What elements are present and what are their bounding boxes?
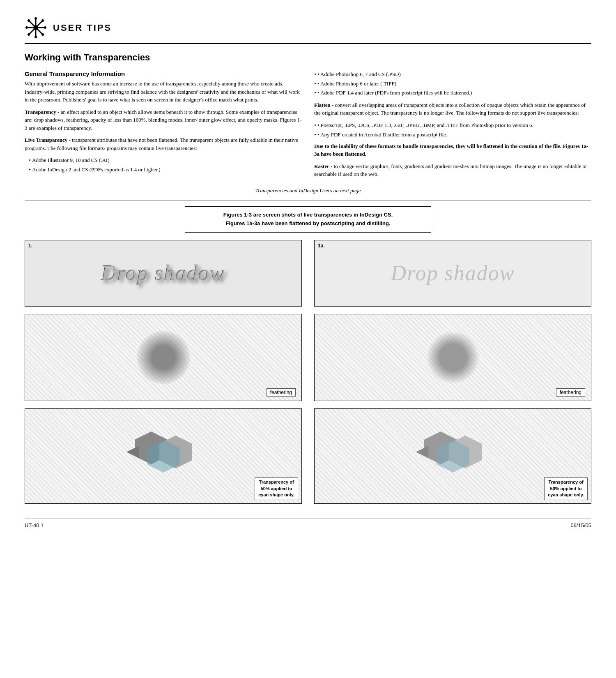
italic-footer: Transparencies and InDesign Users on nex…	[25, 187, 591, 195]
feather-circle-2a	[426, 331, 480, 384]
fig3-content: Transparency of 50% applied to cyan shap…	[25, 409, 301, 503]
flat-bullet-2: • Any PDF created in Acrobat Distiller f…	[317, 131, 591, 139]
footer-left: UT-40.1	[25, 522, 44, 528]
divider	[25, 200, 591, 201]
transparency-def-para: Transparency - an effect applied to an o…	[25, 108, 302, 132]
figure-1a: 1a. Drop shadow	[314, 240, 591, 307]
figure-1: 1. Drop shadow	[25, 240, 302, 307]
figures-banner-line2: Figures 1a-3a have been flattened by pos…	[226, 220, 391, 226]
transparency-term: Transparency	[25, 109, 56, 115]
right-bullets-top: • Adobe Photoshop 6, 7 and CS (.PSD) • A…	[317, 70, 591, 97]
header-title: USER TIPS	[53, 23, 112, 33]
figure-2: 2. feathering	[25, 314, 302, 401]
flat-warning-text: Due to the inability of these formats to…	[314, 143, 561, 149]
figures-row-1: 1. Drop shadow 1a. Drop shadow	[25, 240, 591, 307]
section1-body: With improvement of software has come an…	[25, 80, 302, 104]
main-content: General Transparency Information With im…	[25, 70, 591, 182]
fig2a-content: feathering	[315, 314, 591, 401]
figures-row-2: 2. feathering 2a. feathering	[25, 314, 591, 401]
fig3a-caption: Transparency of 50% applied to cyan shap…	[544, 477, 588, 500]
svg-point-5	[34, 36, 37, 38]
fig1a-label: 1a.	[318, 243, 325, 249]
flatten-def-text: - convert all overlapping areas of trans…	[314, 102, 586, 116]
page-title: Working with Transparencies	[25, 52, 591, 63]
svg-point-11	[28, 33, 30, 36]
logo	[25, 16, 47, 39]
section1-heading: General Transparency Information	[25, 70, 302, 77]
fig1-label: 1.	[28, 243, 32, 249]
svg-marker-20	[416, 446, 428, 458]
fig3a-svg	[404, 419, 502, 493]
fig2-caption: feathering	[267, 388, 296, 397]
left-column: General Transparency Information With im…	[25, 70, 302, 182]
svg-point-9	[41, 33, 44, 36]
fig1-content: Drop shadow	[25, 240, 301, 306]
drop-shadow-text-1: Drop shadow	[101, 261, 225, 285]
svg-point-6	[25, 26, 28, 29]
figure-3: 3. Transparency of 50% applied to cya	[25, 408, 302, 504]
live-trans-para: Live Transparency - transparent attribut…	[25, 136, 302, 152]
svg-marker-16	[126, 446, 139, 458]
flat-bullet-1: • Postscript, .EPS, .DCS, .PDF 1.3, .GIF…	[317, 121, 591, 129]
drop-shadow-text-1a: Drop shadow	[391, 261, 515, 285]
figure-3a: 3a. Transparency of 50% applied to cyan …	[314, 408, 591, 504]
fig3a-content: Transparency of 50% applied to cyan shap…	[315, 409, 591, 503]
raster-def-text: - to change vector graphics, fonts, grad…	[314, 163, 587, 178]
svg-point-8	[28, 19, 30, 22]
live-bullet-2: Adobe InDesign 2 and CS (PDFs exported a…	[32, 166, 302, 174]
figures-section: Figures 1-3 are screen shots of live tra…	[25, 206, 591, 511]
flatten-para: Flatten - convert all overlapping areas …	[314, 101, 591, 117]
page-footer: UT-40.1 06/15/05	[25, 519, 591, 528]
footer-right: 06/15/05	[570, 522, 591, 528]
right-column: • Adobe Photoshop 6, 7 and CS (.PSD) • A…	[314, 70, 591, 182]
page-header: USER TIPS	[25, 16, 591, 44]
svg-point-4	[34, 17, 37, 20]
right-bullet-1: • Adobe Photoshop 6, 7 and CS (.PSD)	[317, 70, 591, 78]
fig2a-caption: feathering	[556, 388, 585, 397]
flat-bullets: • Postscript, .EPS, .DCS, .PDF 1.3, .GIF…	[317, 121, 591, 139]
raster-para: Raster - to change vector graphics, font…	[314, 162, 591, 178]
figures-row-3: 3. Transparency of 50% applied to cya	[25, 408, 591, 504]
live-bullet-1: Adobe Illustrator 9, 10 and CS (.AI)	[32, 156, 302, 164]
live-trans-list: Adobe Illustrator 9, 10 and CS (.AI) Ado…	[32, 156, 302, 173]
figures-banner: Figures 1-3 are screen shots of live tra…	[185, 206, 431, 233]
fig2-content: feathering	[25, 314, 301, 401]
fig3-caption: Transparency of 50% applied to cyan shap…	[255, 477, 298, 500]
right-bullet-2: • Adobe Photoshop 6 or later (.TIFF)	[317, 80, 591, 88]
fig1a-content: Drop shadow	[315, 240, 591, 306]
figure-2a: 2a. feathering	[314, 314, 591, 401]
flatten-term: Flatten	[314, 102, 331, 108]
feather-circle-2	[137, 331, 190, 384]
right-bullet-3: • Adobe PDF 1.4 and later (PDFs from pos…	[317, 89, 591, 97]
figures-banner-line1: Figures 1-3 are screen shots of live tra…	[223, 212, 393, 218]
raster-term: Raster	[314, 163, 329, 169]
svg-point-10	[41, 19, 44, 22]
svg-point-7	[44, 26, 46, 29]
flat-warning-para: Due to the inability of these formats to…	[314, 142, 591, 158]
transparency-def-text: - an effect applied to an object which a…	[25, 109, 302, 131]
live-trans-term: Live Transparency	[25, 137, 67, 143]
fig3-svg	[114, 419, 213, 493]
